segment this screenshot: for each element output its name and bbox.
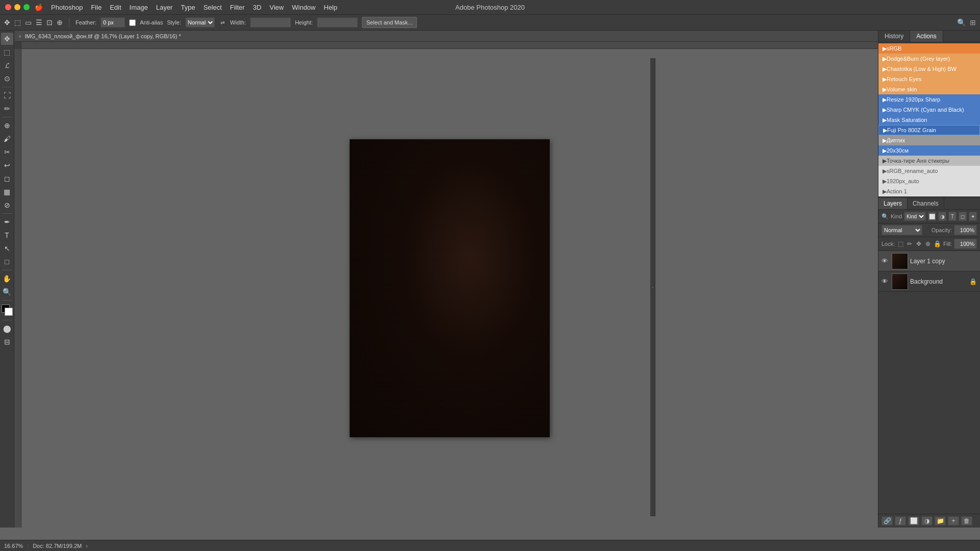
add-mask-button[interactable]: ⬜ [908,516,919,525]
clone-stamp-tool[interactable]: ✂ [1,146,13,158]
tab-channels[interactable]: Channels [908,198,944,209]
new-layer-button[interactable]: + [948,516,959,525]
menu-type[interactable]: Type [177,4,199,11]
healing-brush-tool[interactable]: ⊕ [1,119,13,132]
foreground-background-colors[interactable] [2,305,13,316]
history-brush-tool[interactable]: ↩ [1,159,13,171]
crop-tool[interactable]: ⛶ [1,89,13,102]
menu-view[interactable]: View [265,4,288,11]
lock-transparent-icon[interactable]: ⬚ [897,240,904,248]
eyedropper-tool[interactable]: ✏ [1,103,13,115]
kind-filter-select[interactable]: Kind [904,212,926,221]
height-input[interactable] [317,17,358,28]
action-item[interactable]: ▶ Volume skin [878,84,980,94]
action-item[interactable]: ▶ Chastotka (Low & High) BW [878,64,980,74]
menu-photoshop[interactable]: Photoshop [47,4,87,11]
layer-visibility-icon[interactable]: 👁 [881,257,890,265]
action-item[interactable]: ▶ 1920px_auto [878,176,980,186]
opacity-input[interactable] [954,225,977,235]
quick-mask-tool[interactable]: ⬤ [1,322,13,335]
action-item[interactable]: ▶ Dodge&Burn (Grey layer) [878,54,980,64]
tab-history[interactable]: History [878,31,910,42]
link-layers-button[interactable]: 🔗 [881,516,893,525]
menu-file[interactable]: File [87,4,106,11]
lock-image-icon[interactable]: ✏ [906,240,913,248]
layer-item-layer1copy[interactable]: 👁 Layer 1 copy [878,251,980,271]
tab-layers[interactable]: Layers [878,198,908,209]
type-tool[interactable]: T [1,229,13,241]
shape-filter-btn[interactable]: ◻ [959,212,967,221]
fill-input[interactable] [954,239,977,249]
action-item[interactable]: ▶ Диптих [878,135,980,145]
hand-tool[interactable]: ✋ [1,272,13,285]
layer-item-background[interactable]: 👁 Background 🔒 [878,271,980,292]
action-item[interactable]: ▶ Точка-тире Аня стикеры [878,156,980,166]
menu-select[interactable]: Select [199,4,226,11]
pen-tool[interactable]: ✒ [1,216,13,228]
screen-mode-tool[interactable]: ⊟ [1,336,13,348]
path-selection-tool[interactable]: ↖ [1,242,13,255]
brush-tool[interactable]: 🖌 [1,133,13,145]
tab-close-icon[interactable]: × [18,33,21,39]
action-item[interactable]: ▶ Mask Saturation [878,115,980,125]
shape-tool[interactable]: □ [1,256,13,268]
anti-alias-checkbox[interactable] [129,19,136,26]
menu-3d[interactable]: 3D [249,4,265,11]
feather-input[interactable] [101,17,125,28]
action-item[interactable]: ▶ Action 1 [878,186,980,196]
action-item[interactable]: ▶ sRGB [878,43,980,54]
action-item[interactable]: ▶ Resize 1920px Sharp [878,94,980,105]
action-item[interactable]: ▶ Retouch Eyes [878,74,980,84]
canvas-tab[interactable]: × IMG_6343_плохой_фон.tif @ 16,7% (Layer… [14,31,878,42]
menu-filter[interactable]: Filter [226,4,249,11]
smart-filter-btn[interactable]: ✦ [969,212,977,221]
marquee-tool-icon[interactable]: ⬚ [14,18,21,27]
pixel-filter-btn[interactable]: ⬜ [928,212,936,221]
lock-all-icon[interactable]: 🔒 [934,240,941,248]
close-button[interactable] [5,4,11,10]
action-item[interactable]: ▶ sRGB_rename_auto [878,166,980,176]
eraser-tool[interactable]: ◻ [1,172,13,185]
blend-mode-select[interactable]: Normal [881,225,922,235]
rectangular-marquee-tool[interactable]: ⬚ [1,46,13,58]
type-filter-btn[interactable]: T [948,212,957,221]
action-item-selected[interactable]: ▶ Fuji Pro 800Z Grain [878,125,980,135]
menu-help[interactable]: Help [320,4,341,11]
add-style-button[interactable]: ƒ [895,516,906,525]
lock-position-icon[interactable]: ✥ [915,240,922,248]
menu-edit[interactable]: Edit [106,4,125,11]
dodge-tool[interactable]: ⊘ [1,199,13,211]
search-icon[interactable]: 🔍 [957,18,966,27]
move-tool-icon[interactable]: ✥ [4,18,10,27]
tab-actions[interactable]: Actions [910,31,943,42]
adjustment-filter-btn[interactable]: ◑ [938,212,946,221]
quick-select-tool[interactable]: ⊙ [1,72,13,85]
delete-layer-button[interactable]: 🗑 [961,516,972,525]
menu-window[interactable]: Window [288,4,320,11]
new-group-button[interactable]: 📁 [935,516,946,525]
maximize-button[interactable] [23,4,30,10]
menu-layer[interactable]: Layer [152,4,177,11]
add-adjustment-button[interactable]: ◑ [921,516,933,525]
select-mask-button[interactable]: Select and Mask... [362,17,418,28]
background-color[interactable] [5,308,13,316]
menu-apple[interactable]: 🍎 [31,4,47,11]
action-item[interactable]: ▶ Sharp CMYK (Cyan and Black) [878,105,980,115]
layer-visibility-icon[interactable]: 👁 [881,278,890,285]
move-tool[interactable]: ✥ [1,33,13,45]
lock-artboard-icon[interactable]: ⊕ [924,240,932,248]
width-input[interactable] [250,17,291,28]
marquee-option4[interactable]: ⊕ [57,18,63,27]
marquee-option2[interactable]: ☰ [36,18,42,27]
gradient-tool[interactable]: ▦ [1,186,13,198]
panel-collapse-button[interactable]: ‹ [650,58,655,516]
mac-controls[interactable] [5,4,30,10]
marquee-option3[interactable]: ⊡ [46,18,53,27]
menu-image[interactable]: Image [126,4,152,11]
zoom-tool[interactable]: 🔍 [1,286,13,298]
style-select[interactable]: Normal [185,17,215,28]
marquee-option1[interactable]: ▭ [25,18,32,27]
action-item[interactable]: ▶ 20x30см [878,145,980,156]
minimize-button[interactable] [14,4,20,10]
layout-icon[interactable]: ⊞ [970,18,976,27]
